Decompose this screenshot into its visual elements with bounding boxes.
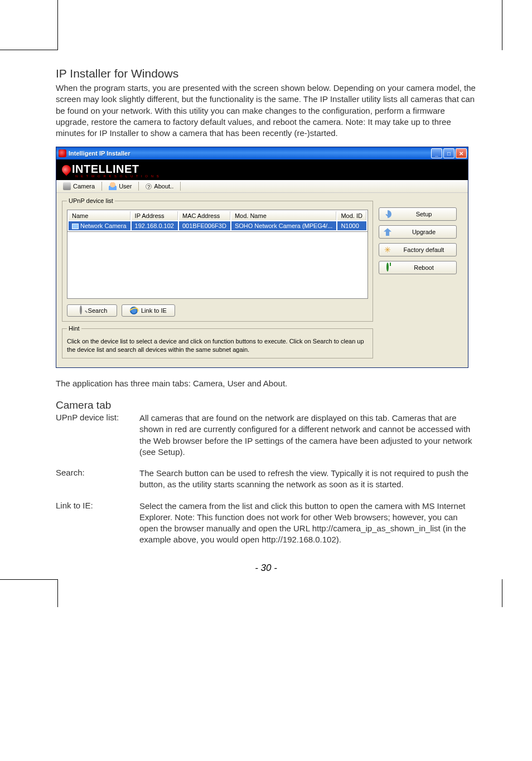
- col-mod-name[interactable]: Mod. Name: [231, 211, 337, 220]
- menu-camera-label: Camera: [73, 183, 95, 190]
- cell-mac: 001BFE006F3D: [179, 221, 230, 230]
- menu-about[interactable]: ? About..: [142, 182, 177, 190]
- search-icon: [77, 307, 85, 314]
- search-button-label: Search: [88, 307, 108, 314]
- tabs-description: The application has three main tabs: Cam…: [56, 378, 476, 389]
- setup-button[interactable]: Setup: [379, 207, 457, 221]
- menu-about-label: About..: [154, 183, 173, 190]
- def-search-text: The Search button can be used to refresh…: [139, 468, 476, 491]
- factory-icon: ✳: [384, 246, 391, 254]
- cell-name: Network Camera: [80, 222, 127, 229]
- def-linkie-label: Link to IE:: [56, 501, 139, 546]
- camera-icon: [63, 182, 71, 190]
- search-button[interactable]: Search: [67, 304, 117, 317]
- intro-paragraph: When the program starts, you are present…: [56, 83, 476, 139]
- table-row[interactable]: Network Camera 192.168.0.102 001BFE006F3…: [69, 221, 366, 230]
- crop-mark-bl: [25, 579, 58, 607]
- cell-mod-id: N1000: [337, 221, 366, 230]
- link-ie-label: Link to IE: [141, 307, 167, 314]
- table-header-row: Name IP Address MAC Address Mod. Name Mo…: [69, 211, 366, 220]
- user-icon: [109, 182, 117, 190]
- camera-tab-heading: Camera tab: [56, 399, 476, 411]
- section-heading: IP Installer for Windows: [56, 67, 476, 80]
- menu-camera[interactable]: Camera: [60, 182, 98, 191]
- def-upnp-text: All cameras that are found on the networ…: [139, 413, 476, 458]
- def-search-label: Search:: [56, 468, 139, 491]
- power-icon: [384, 264, 391, 272]
- upnp-group: UPnP device list Name IP Address MAC Add…: [62, 197, 373, 322]
- page-number: - 30 -: [56, 563, 476, 574]
- brand-logo-icon: [60, 163, 73, 176]
- menu-user-label: User: [119, 183, 132, 190]
- menu-divider: [180, 182, 181, 191]
- menu-divider: [101, 182, 102, 191]
- brand-subtext: N E T W O R K S O L U T I O N S: [75, 175, 462, 178]
- brand-text: INTELLINET: [72, 163, 139, 175]
- col-mac[interactable]: MAC Address: [179, 211, 230, 220]
- menu-user[interactable]: User: [105, 182, 135, 191]
- setup-label: Setup: [396, 211, 452, 217]
- cell-ip: 192.168.0.102: [132, 221, 178, 230]
- factory-label: Factory default: [396, 246, 452, 253]
- crop-mark-tl: [25, 0, 58, 50]
- ie-icon: [130, 307, 138, 314]
- col-ip[interactable]: IP Address: [132, 211, 178, 220]
- reboot-button[interactable]: Reboot: [379, 261, 457, 274]
- maximize-button[interactable]: □: [443, 148, 454, 158]
- hint-text: Click on the device list to select a dev…: [67, 337, 368, 353]
- device-table[interactable]: Name IP Address MAC Address Mod. Name Mo…: [67, 210, 368, 232]
- crop-mark-tr: [502, 0, 507, 50]
- app-window: Intelligent IP Installer _ □ ✕ INTELLINE…: [56, 147, 468, 368]
- titlebar: Intelligent IP Installer _ □ ✕: [56, 147, 468, 159]
- minimize-button[interactable]: _: [431, 148, 442, 158]
- factory-default-button[interactable]: ✳ Factory default: [379, 243, 457, 256]
- cell-mod-name: SOHO Network Camera (MPEG4/...: [231, 221, 337, 230]
- upnp-group-label: UPnP device list: [67, 197, 115, 204]
- wrench-icon: [384, 210, 391, 218]
- brand-bar: INTELLINET N E T W O R K S O L U T I O N…: [56, 159, 468, 180]
- def-linkie-text: Select the camera from the list and clic…: [139, 501, 476, 546]
- col-name[interactable]: Name: [69, 211, 130, 220]
- menu-divider: [138, 182, 139, 191]
- upgrade-label: Upgrade: [396, 229, 452, 235]
- app-icon: [59, 149, 66, 157]
- link-to-ie-button[interactable]: Link to IE: [122, 304, 175, 317]
- window-title: Intelligent IP Installer: [69, 150, 431, 157]
- about-icon: ?: [146, 183, 152, 190]
- crop-mark-br: [502, 579, 507, 607]
- reboot-label: Reboot: [396, 264, 452, 271]
- def-upnp-label: UPnP device list:: [56, 413, 139, 458]
- upgrade-icon: [384, 228, 391, 236]
- menu-bar: Camera User ? About..: [56, 180, 468, 193]
- col-mod-id[interactable]: Mod. ID: [337, 211, 366, 220]
- upgrade-button[interactable]: Upgrade: [379, 225, 457, 239]
- device-icon: [72, 224, 79, 229]
- hint-label: Hint: [67, 325, 81, 332]
- hint-group: Hint Click on the device list to select …: [62, 325, 373, 358]
- table-empty-area: [67, 232, 368, 299]
- close-button[interactable]: ✕: [456, 148, 467, 158]
